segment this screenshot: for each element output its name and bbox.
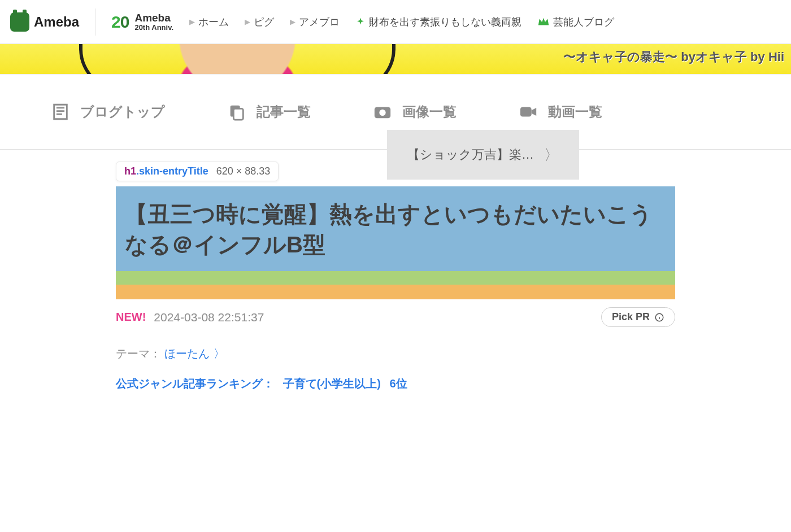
tab-label: ブログトップ bbox=[80, 103, 165, 121]
theme-link[interactable]: ほーたん bbox=[164, 347, 210, 360]
crown-icon bbox=[537, 16, 550, 28]
tooltip-dimensions: 620 × 88.33 bbox=[216, 165, 271, 177]
brand-name: Ameba bbox=[34, 14, 79, 30]
entry-title: 【丑三つ時に覚醒】熱を出すといつもだいたいこうなる＠インフルB型 bbox=[116, 186, 675, 271]
next-post-title: 【ショック万吉】楽… bbox=[407, 146, 534, 163]
nav-promo-article[interactable]: 財布を出す素振りもしない義両親 bbox=[355, 15, 521, 29]
svg-rect-4 bbox=[520, 107, 532, 117]
nav-label: ホーム bbox=[198, 15, 229, 29]
article-area: 【ショック万吉】楽… 〉 h1.skin-entryTitle 620 × 88… bbox=[65, 150, 726, 414]
theme-row: テーマ： ほーたん 〉 bbox=[116, 346, 675, 361]
tab-article-list[interactable]: 記事一覧 bbox=[227, 102, 311, 121]
banner-illustration bbox=[79, 44, 395, 75]
nav-label: アメブロ bbox=[299, 15, 340, 29]
camera-icon bbox=[373, 102, 392, 121]
svg-point-3 bbox=[379, 110, 385, 116]
anniv-sub: 20th Anniv. bbox=[134, 24, 173, 32]
copy-icon bbox=[227, 102, 246, 121]
entry-datetime: 2024-03-08 22:51:37 bbox=[154, 311, 264, 324]
tab-image-list[interactable]: 画像一覧 bbox=[373, 102, 457, 121]
tab-label: 記事一覧 bbox=[257, 103, 311, 121]
entry-meta: NEW! 2024-03-08 22:51:37 Pick PR bbox=[116, 307, 675, 327]
sparkle-icon bbox=[355, 17, 366, 27]
nav-pig[interactable]: ▶ ピグ bbox=[245, 15, 274, 29]
next-post-button[interactable]: 【ショック万吉】楽… 〉 bbox=[387, 130, 579, 180]
highlight-orange bbox=[116, 285, 675, 299]
tab-video-list[interactable]: 動画一覧 bbox=[519, 102, 602, 121]
nav-celeb-blog[interactable]: 芸能人ブログ bbox=[537, 15, 614, 29]
anniversary-logo[interactable]: 20 Ameba 20th Anniv. bbox=[111, 12, 173, 32]
chevron-right-icon: 〉 bbox=[211, 347, 225, 360]
document-icon bbox=[51, 102, 70, 121]
tab-blog-top[interactable]: ブログトップ bbox=[51, 102, 165, 121]
banner-tagline: 〜オキャ子の暴走〜 byオキャ子 by Hii bbox=[563, 49, 784, 66]
genre-ranking[interactable]: 公式ジャンル記事ランキング： 子育て(小学生以上) 6位 bbox=[116, 376, 675, 391]
tooltip-tag: h1 bbox=[124, 165, 136, 177]
nav-label: ピグ bbox=[254, 15, 274, 29]
pick-pr-button[interactable]: Pick PR bbox=[601, 307, 675, 327]
info-icon bbox=[654, 312, 664, 322]
tab-label: 動画一覧 bbox=[548, 103, 602, 121]
header-banner: 〜オキャ子の暴走〜 byオキャ子 by Hii bbox=[0, 44, 791, 75]
divider bbox=[95, 8, 95, 36]
video-icon bbox=[519, 102, 538, 121]
ranking-label: 公式ジャンル記事ランキング： bbox=[116, 377, 274, 390]
global-header: Ameba 20 Ameba 20th Anniv. ▶ ホーム ▶ ピグ ▶ … bbox=[0, 0, 791, 44]
theme-label: テーマ： bbox=[116, 347, 161, 360]
chevron-right-icon: ▶ bbox=[245, 18, 250, 26]
nav-label: 芸能人ブログ bbox=[553, 15, 614, 29]
nav-ameblo[interactable]: ▶ アメブロ bbox=[290, 15, 340, 29]
devtools-tooltip: h1.skin-entryTitle 620 × 88.33 bbox=[116, 162, 279, 181]
ameba-logo[interactable]: Ameba bbox=[10, 12, 79, 32]
ranking-position: 6位 bbox=[389, 377, 407, 390]
highlight-green bbox=[116, 271, 675, 285]
tooltip-class: .skin-entryTitle bbox=[136, 165, 208, 177]
ameba-mark-icon bbox=[10, 12, 29, 32]
chevron-right-icon: ▶ bbox=[290, 18, 295, 26]
pickpr-label: Pick PR bbox=[612, 311, 650, 323]
chevron-right-icon: ▶ bbox=[189, 18, 195, 26]
chevron-right-icon: 〉 bbox=[544, 145, 559, 165]
nav-label: 財布を出す素振りもしない義両親 bbox=[369, 15, 521, 29]
svg-rect-1 bbox=[233, 108, 243, 120]
nav-home[interactable]: ▶ ホーム bbox=[189, 15, 229, 29]
new-badge: NEW! bbox=[116, 311, 146, 324]
anniv-20-icon: 20 bbox=[111, 12, 129, 32]
ranking-category: 子育て(小学生以上) bbox=[283, 377, 381, 390]
anniv-title: Ameba bbox=[134, 12, 173, 24]
tab-label: 画像一覧 bbox=[402, 103, 457, 121]
